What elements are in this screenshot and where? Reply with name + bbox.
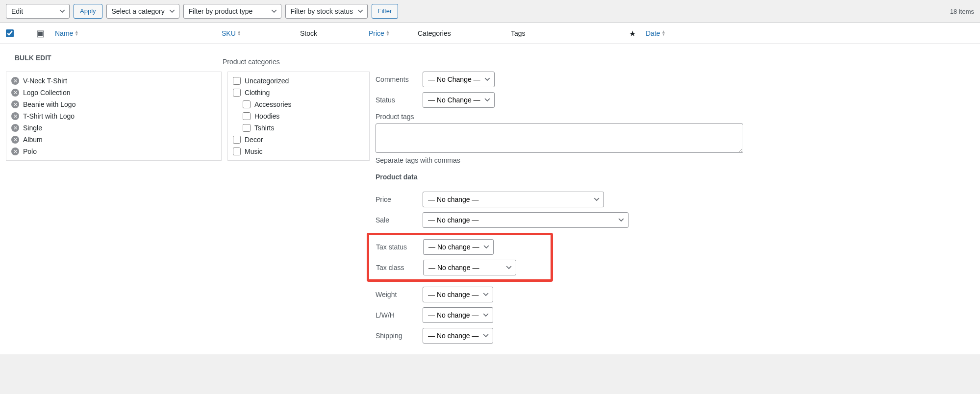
remove-product-icon[interactable]: ✕ bbox=[11, 100, 19, 108]
table-header-row: ▣ Name ▲▼ SKU ▲▼ Stock Price ▲▼ bbox=[0, 23, 980, 44]
category-filter-select[interactable]: Select a category bbox=[106, 4, 179, 19]
product-item: ✕V-Neck T-Shirt bbox=[11, 75, 216, 87]
product-item: ✕Album bbox=[11, 134, 216, 146]
product-item-label: Beanie with Logo bbox=[23, 100, 75, 108]
remove-product-icon[interactable]: ✕ bbox=[11, 124, 19, 132]
lwh-select[interactable]: — No change — bbox=[423, 307, 493, 323]
category-item: Accessories bbox=[243, 98, 364, 110]
remove-product-icon[interactable]: ✕ bbox=[11, 77, 19, 85]
product-item-label: V-Neck T-Shirt bbox=[23, 77, 67, 85]
remove-product-icon[interactable]: ✕ bbox=[11, 89, 19, 97]
column-stock: Stock bbox=[300, 29, 369, 37]
category-item: Hoodies bbox=[243, 110, 364, 122]
remove-product-icon[interactable]: ✕ bbox=[11, 148, 19, 155]
category-checkbox[interactable] bbox=[243, 124, 251, 132]
category-checkbox[interactable] bbox=[243, 100, 251, 108]
tags-helper-text: Separate tags with commas bbox=[376, 156, 974, 164]
select-all-checkbox[interactable] bbox=[6, 29, 14, 37]
price-label: Price bbox=[376, 196, 415, 203]
category-label: Hoodies bbox=[254, 112, 279, 120]
thumbnail-column-icon: ▣ bbox=[25, 28, 55, 39]
shipping-label: Shipping bbox=[376, 332, 415, 340]
column-name-sort[interactable]: Name ▲▼ bbox=[55, 29, 78, 37]
product-tags-label: Product tags bbox=[376, 113, 974, 121]
tax-class-select[interactable]: — No change — bbox=[423, 260, 516, 275]
category-item: Uncategorized bbox=[233, 75, 364, 87]
column-sku-sort[interactable]: SKU ▲▼ bbox=[222, 29, 241, 37]
filter-button[interactable]: Filter bbox=[372, 4, 399, 19]
column-price-sort[interactable]: Price ▲▼ bbox=[369, 29, 390, 37]
product-item-label: Logo Collection bbox=[23, 89, 71, 97]
sort-arrows-icon: ▲▼ bbox=[386, 30, 390, 36]
shipping-select[interactable]: — No change — bbox=[423, 328, 493, 344]
category-label: Music bbox=[245, 148, 263, 155]
category-label: Clothing bbox=[245, 89, 270, 97]
comments-select[interactable]: — No Change — bbox=[423, 72, 495, 87]
price-select[interactable]: — No change — bbox=[423, 192, 604, 207]
sort-arrows-icon: ▲▼ bbox=[75, 30, 78, 36]
column-tags: Tags bbox=[511, 29, 619, 37]
category-label: Tshirts bbox=[254, 124, 274, 132]
category-label: Decor bbox=[245, 136, 263, 144]
status-label: Status bbox=[376, 96, 415, 104]
column-date-sort[interactable]: Date ▲▼ bbox=[646, 29, 666, 37]
category-checkbox[interactable] bbox=[233, 89, 241, 97]
category-label: Accessories bbox=[254, 100, 291, 108]
column-categories: Categories bbox=[418, 29, 511, 37]
bulk-action-select[interactable]: Edit bbox=[6, 4, 70, 19]
remove-product-icon[interactable]: ✕ bbox=[11, 112, 19, 120]
product-tags-textarea[interactable] bbox=[376, 123, 743, 153]
product-categories-label: Product categories bbox=[223, 58, 370, 69]
tax-status-select[interactable]: — No change — bbox=[423, 239, 494, 255]
category-item: Tshirts bbox=[243, 122, 364, 134]
item-count: 18 items bbox=[950, 8, 974, 15]
product-categories-box: UncategorizedClothingAccessoriesHoodiesT… bbox=[227, 72, 370, 161]
comments-label: Comments bbox=[376, 75, 415, 83]
remove-product-icon[interactable]: ✕ bbox=[11, 136, 19, 144]
product-item-label: Single bbox=[23, 124, 42, 132]
sale-label: Sale bbox=[376, 216, 415, 224]
weight-label: Weight bbox=[376, 291, 415, 298]
bulk-products-list: ✕V-Neck T-Shirt✕Logo Collection✕Beanie w… bbox=[6, 72, 222, 161]
category-checkbox[interactable] bbox=[233, 136, 241, 144]
product-item: ✕Beanie with Logo bbox=[11, 98, 216, 110]
category-item: Music bbox=[233, 146, 364, 157]
category-label: Uncategorized bbox=[245, 77, 289, 85]
lwh-label: L/W/H bbox=[376, 311, 415, 319]
category-item: Decor bbox=[233, 134, 364, 146]
apply-button[interactable]: Apply bbox=[74, 4, 102, 19]
highlighted-tax-section: Tax status — No change — Tax class — No … bbox=[367, 233, 553, 282]
sort-arrows-icon: ▲▼ bbox=[237, 30, 241, 36]
category-item: Clothing bbox=[233, 87, 364, 98]
status-select[interactable]: — No Change — bbox=[423, 92, 495, 108]
category-checkbox[interactable] bbox=[233, 77, 241, 85]
product-item: ✕Polo bbox=[11, 146, 216, 157]
product-item: ✕Logo Collection bbox=[11, 87, 216, 98]
featured-column-star-icon: ★ bbox=[619, 29, 646, 38]
bulk-edit-legend: BULK EDIT bbox=[0, 44, 980, 66]
tax-class-label: Tax class bbox=[376, 264, 415, 271]
product-item-label: Polo bbox=[23, 148, 37, 155]
product-item: ✕T-Shirt with Logo bbox=[11, 110, 216, 122]
stock-status-filter-select[interactable]: Filter by stock status bbox=[285, 4, 368, 19]
product-data-heading: Product data bbox=[376, 173, 974, 181]
product-item: ✕Single bbox=[11, 122, 216, 134]
tax-status-label: Tax status bbox=[376, 243, 415, 251]
product-item-label: Album bbox=[23, 136, 43, 144]
category-checkbox[interactable] bbox=[233, 148, 241, 155]
category-checkbox[interactable] bbox=[243, 112, 251, 120]
sale-select[interactable]: — No change — bbox=[423, 212, 628, 228]
weight-select[interactable]: — No change — bbox=[423, 287, 493, 302]
product-item-label: T-Shirt with Logo bbox=[23, 112, 75, 120]
product-type-filter-select[interactable]: Filter by product type bbox=[183, 4, 281, 19]
sort-arrows-icon: ▲▼ bbox=[662, 30, 666, 36]
